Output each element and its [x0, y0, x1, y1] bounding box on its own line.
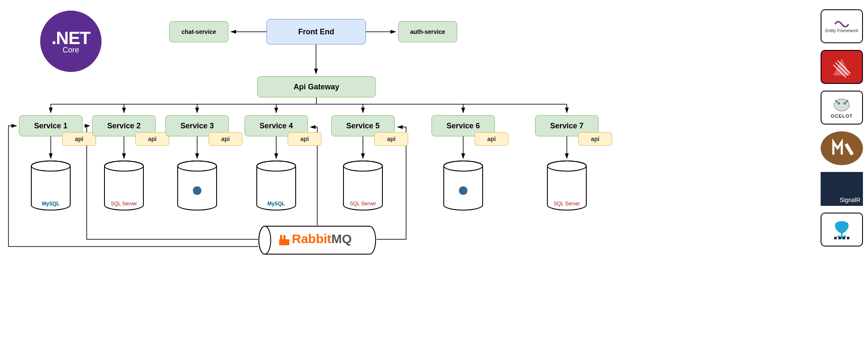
svg-rect-35: [279, 239, 289, 245]
svg-rect-49: [847, 237, 849, 239]
service-7-db: SQL Server: [547, 160, 587, 211]
logo-sub-text: Core: [63, 46, 79, 55]
tech-entity-framework: Entity Framework: [821, 9, 863, 43]
tech-ocelot: OCELOT: [821, 91, 863, 125]
svg-point-34: [259, 226, 271, 254]
service-7-label: Service 7: [550, 122, 583, 130]
service-6-label: Service 6: [446, 122, 480, 130]
svg-rect-47: [838, 237, 841, 239]
rabbitmq-label: RabbitMQ: [292, 232, 352, 246]
service-3-api-tag: api: [209, 132, 242, 146]
nhibernate-icon: [829, 54, 854, 80]
service-1-api-tag: api: [62, 132, 96, 146]
db-label: SQL Server: [104, 201, 144, 207]
service-1-label: Service 1: [34, 122, 67, 130]
svg-rect-48: [843, 237, 845, 239]
service-5-api-tag: api: [374, 132, 408, 146]
auth-service-box: auth-service: [398, 21, 457, 42]
ocelot-icon: [831, 97, 852, 114]
svg-rect-36: [280, 235, 282, 240]
svg-point-43: [838, 102, 840, 105]
api-gateway-box: Api Gateway: [257, 76, 376, 97]
db-label: MySQL: [256, 201, 297, 207]
svg-rect-37: [283, 235, 286, 240]
chat-service-box: chat-service: [169, 21, 228, 42]
dotnet-core-logo: .NET Core: [40, 11, 102, 72]
db-label: SQL Server: [343, 201, 383, 207]
service-6-db: [443, 160, 483, 211]
service-4-api-tag: api: [288, 132, 321, 146]
logo-main-text: .NET: [52, 28, 91, 48]
db-label: MySQL: [30, 201, 71, 207]
svg-point-44: [843, 102, 846, 105]
tech-masstransit: [821, 213, 863, 247]
tech-nhibernate: [821, 50, 863, 84]
service-2-db: SQL Server: [104, 160, 144, 211]
service-2-api-tag: api: [135, 132, 169, 146]
rabbitmq-icon: [279, 235, 289, 245]
service-6-api-tag: api: [475, 132, 508, 146]
front-end-box: Front End: [266, 19, 366, 44]
chat-service-label: chat-service: [181, 28, 216, 35]
service-5-label: Service 5: [346, 122, 379, 130]
tech-moq: [821, 131, 863, 165]
moq-icon: [825, 131, 859, 165]
service-4-db: MySQL: [256, 160, 297, 211]
tech-signalr: SignalR: [821, 172, 863, 206]
service-3-db: [177, 160, 217, 211]
dotnet-icon: [834, 20, 849, 28]
service-4-label: Service 4: [259, 122, 293, 130]
svg-rect-46: [834, 237, 837, 239]
front-end-label: Front End: [298, 28, 334, 36]
service-1-db: MySQL: [30, 160, 71, 211]
masstransit-icon: [829, 219, 854, 240]
api-gateway-label: Api Gateway: [294, 83, 339, 91]
service-5-db: SQL Server: [343, 160, 383, 211]
auth-service-label: auth-service: [410, 28, 445, 35]
service-2-label: Service 2: [107, 122, 140, 130]
service-7-api-tag: api: [578, 132, 612, 146]
service-3-label: Service 3: [180, 122, 214, 130]
db-label: SQL Server: [547, 201, 587, 207]
